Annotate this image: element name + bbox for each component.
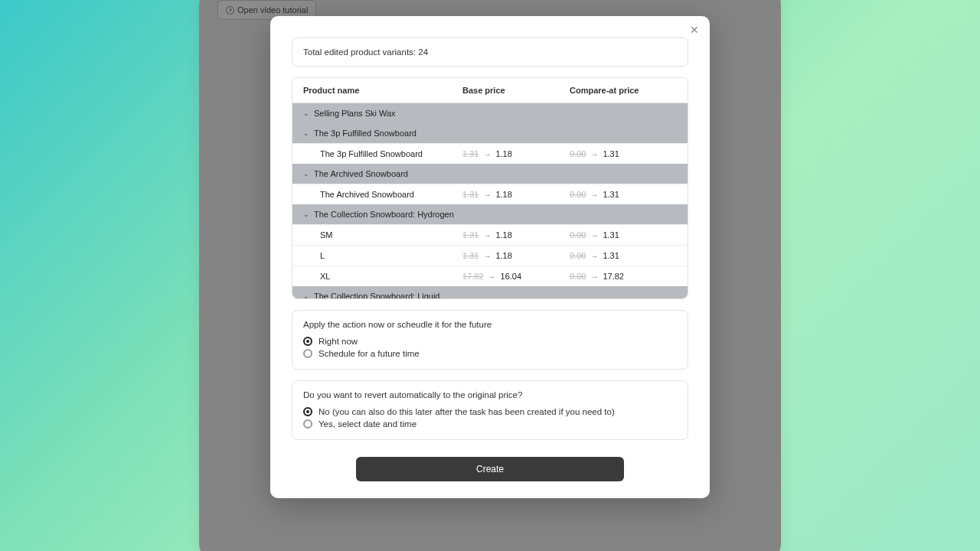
create-button[interactable]: Create (356, 457, 624, 481)
table-body[interactable]: ⌄Selling Plans Ski Wax⌄The 3p Fulfilled … (292, 103, 688, 299)
variant-name: L (320, 251, 462, 260)
table-row: L1.31→1.180.00→1.31 (292, 245, 688, 266)
revert-yes-label: Yes, select date and time (318, 419, 416, 429)
compare-price-cell: 0.00→1.31 (570, 190, 677, 199)
device-frame: Open video tutorial ✕ Total edited produ… (199, 0, 781, 551)
group-title: The 3p Fulfilled Snowboard (314, 129, 416, 138)
revert-no-option[interactable]: No (you can also do this later after the… (303, 406, 677, 418)
summary-card: Total edited product variants: 24 (292, 37, 688, 67)
table-row: The 3p Fulfilled Snowboard1.31→1.180.00→… (292, 143, 688, 164)
variant-name: The Archived Snowboard (320, 190, 462, 199)
group-title: The Collection Snowboard: Liquid (314, 292, 440, 299)
chevron-down-icon: ⌄ (303, 109, 309, 117)
compare-price-cell: 0.00→17.82 (570, 272, 677, 281)
variant-name: The 3p Fulfilled Snowboard (320, 149, 462, 158)
schedule-now-option[interactable]: Right now (303, 335, 677, 347)
group-row[interactable]: ⌄The Collection Snowboard: Hydrogen (292, 204, 688, 224)
group-row[interactable]: ⌄The Archived Snowboard (292, 164, 688, 184)
group-row[interactable]: ⌄The 3p Fulfilled Snowboard (292, 123, 688, 143)
table-row: XL17.82→16.040.00→17.82 (292, 266, 688, 286)
summary-count: 24 (418, 47, 428, 57)
compare-price-cell: 0.00→1.31 (570, 149, 677, 158)
chevron-down-icon: ⌄ (303, 292, 309, 299)
base-price-cell: 1.31→1.18 (462, 230, 570, 240)
chevron-down-icon: ⌄ (303, 210, 309, 218)
group-title: The Archived Snowboard (314, 169, 408, 178)
table-header: Product name Base price Compare-at price (292, 78, 688, 103)
radio-icon (303, 337, 312, 346)
revert-no-label: No (you can also do this later after the… (318, 407, 615, 416)
base-price-cell: 1.31→1.18 (462, 149, 570, 158)
radio-icon (303, 349, 312, 358)
revert-yes-option[interactable]: Yes, select date and time (303, 418, 677, 430)
col-base-price: Base price (462, 86, 570, 95)
close-icon[interactable]: ✕ (690, 24, 699, 36)
base-price-cell: 1.31→1.18 (462, 251, 570, 260)
revert-card: Do you want to revert automatically to t… (292, 380, 688, 440)
col-compare-price: Compare-at price (570, 86, 677, 95)
radio-icon (303, 407, 312, 416)
schedule-title: Apply the action now or scheudle it for … (303, 320, 677, 329)
compare-price-cell: 0.00→1.31 (570, 251, 677, 260)
chevron-down-icon: ⌄ (303, 129, 309, 137)
base-price-cell: 17.82→16.04 (462, 272, 570, 281)
group-title: The Collection Snowboard: Hydrogen (314, 210, 454, 219)
modal: ✕ Total edited product variants: 24 Prod… (270, 16, 710, 498)
variant-name: SM (320, 230, 462, 240)
schedule-now-label: Right now (318, 337, 358, 346)
table-row: The Archived Snowboard1.31→1.180.00→1.31 (292, 184, 688, 204)
revert-title: Do you want to revert automatically to t… (303, 390, 677, 399)
group-title: Selling Plans Ski Wax (314, 109, 396, 118)
summary-prefix: Total edited product variants: (303, 47, 418, 57)
chevron-down-icon: ⌄ (303, 170, 309, 178)
radio-icon (303, 419, 312, 429)
schedule-future-label: Schedule for a future time (318, 349, 420, 358)
compare-price-cell: 0.00→1.31 (570, 230, 677, 240)
base-price-cell: 1.31→1.18 (462, 190, 570, 199)
group-row[interactable]: ⌄The Collection Snowboard: Liquid (292, 286, 688, 299)
modal-footer: Create (270, 451, 710, 498)
variants-table: Product name Base price Compare-at price… (292, 77, 688, 299)
schedule-card: Apply the action now or scheudle it for … (292, 310, 688, 370)
col-product-name: Product name (303, 86, 462, 95)
schedule-future-option[interactable]: Schedule for a future time (303, 347, 677, 360)
table-row: SM1.31→1.180.00→1.31 (292, 224, 688, 245)
modal-body: Total edited product variants: 24 Produc… (270, 16, 710, 451)
group-row[interactable]: ⌄Selling Plans Ski Wax (292, 103, 688, 123)
variant-name: XL (320, 272, 462, 281)
